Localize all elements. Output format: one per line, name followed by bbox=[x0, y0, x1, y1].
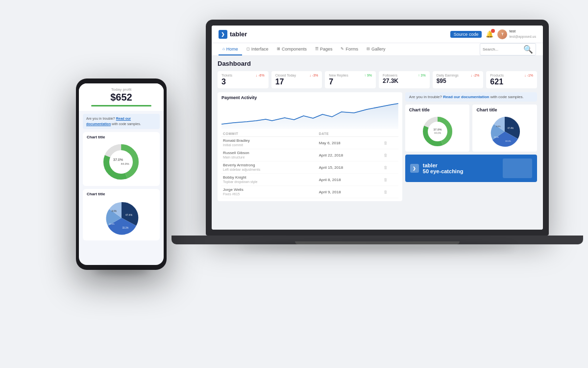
phone-chart-2: Chart title 47.4% 33.1% 10.5% 9.0% bbox=[83, 189, 160, 240]
commit-action[interactable]: 🗑 bbox=[382, 137, 398, 149]
svg-text:10.5%: 10.5% bbox=[109, 223, 115, 225]
right-panel: Are you in trouble? Read our documentati… bbox=[405, 92, 537, 201]
tab-forms-label: Forms bbox=[345, 47, 358, 52]
stat-change: ↑ 9% bbox=[364, 74, 372, 77]
phone-alert: Are you in trouble? Read our documentati… bbox=[83, 114, 160, 129]
phone-header: Today profit $652 bbox=[79, 83, 164, 111]
donut-chart-1: 37.0% 44.0% bbox=[409, 114, 466, 149]
svg-text:37.0%: 37.0% bbox=[433, 128, 442, 131]
commit-action[interactable]: 🗑 bbox=[382, 186, 398, 198]
commit-date: May 6, 2018 bbox=[318, 137, 382, 149]
stat-replies: New Replies ↑ 9% 7 bbox=[325, 71, 376, 88]
tab-pages-label: Pages bbox=[320, 47, 333, 52]
stat-label: Products bbox=[490, 74, 504, 77]
stat-products: Products ↓ -1% 621 bbox=[486, 71, 537, 88]
stat-value: 621 bbox=[490, 78, 533, 86]
phone-alert-link[interactable]: Read our documentation bbox=[86, 117, 131, 126]
stat-value: 7 bbox=[329, 78, 372, 86]
source-code-button[interactable]: Source code bbox=[450, 31, 482, 38]
pie-chart-2: 47.4% 33.1% 10.5% 9.0% bbox=[476, 114, 533, 149]
right-alert: Are you in trouble? Read our documentati… bbox=[405, 92, 537, 102]
phone-shadow bbox=[94, 267, 148, 275]
svg-text:9.0%: 9.0% bbox=[111, 210, 116, 212]
main-content: Payment Activity bbox=[218, 92, 537, 201]
stat-value: 3 bbox=[221, 78, 265, 86]
navbar: ❯ tabler Source code 🔔 T test test@appos… bbox=[212, 26, 543, 43]
tab-interface[interactable]: ◻ Interface bbox=[243, 43, 272, 55]
promo-brand: tabler bbox=[423, 162, 464, 168]
phone-progress-bar bbox=[91, 105, 151, 106]
components-icon: ⊞ bbox=[277, 47, 280, 51]
chart-card-1: Chart title 37.0% 4 bbox=[405, 105, 470, 152]
svg-text:44.0%: 44.0% bbox=[434, 131, 441, 134]
phone-chart-1: Chart title 37.0% 44.0% bbox=[83, 132, 160, 186]
tab-forms[interactable]: ✎ Forms bbox=[337, 43, 362, 55]
brand: ❯ tabler bbox=[219, 30, 247, 39]
commit-date: April 9, 2018 bbox=[318, 186, 382, 198]
user-email: test@apposed.us bbox=[509, 35, 536, 38]
pages-icon: ☰ bbox=[315, 47, 318, 51]
commit-action[interactable]: 🗑 bbox=[382, 149, 398, 161]
stat-header: Tickets ↓ -6% bbox=[221, 74, 265, 77]
laptop-shadow bbox=[240, 242, 514, 252]
stat-label: Tickets bbox=[221, 74, 232, 77]
stat-tickets: Tickets ↓ -6% 3 bbox=[218, 71, 269, 88]
phone-screen: Today profit $652 Are you in trouble? Re… bbox=[79, 83, 164, 265]
user-info: T test test@apposed.us bbox=[497, 29, 536, 39]
search-box[interactable]: 🔍 bbox=[480, 43, 536, 55]
svg-text:9.0%: 9.0% bbox=[496, 125, 501, 128]
laptop-body: ❯ tabler Source code 🔔 T test test@appos… bbox=[206, 20, 549, 236]
brand-icon: ❯ bbox=[219, 30, 227, 39]
tab-home[interactable]: ⌂ Home bbox=[219, 43, 242, 55]
commit-action[interactable]: 🗑 bbox=[382, 161, 398, 174]
commit-date: April 15, 2018 bbox=[318, 161, 382, 174]
tab-pages[interactable]: ☰ Pages bbox=[311, 43, 337, 55]
tab-home-label: Home bbox=[226, 47, 238, 52]
svg-text:33.1%: 33.1% bbox=[506, 140, 512, 142]
mini-chart bbox=[221, 102, 398, 129]
table-row: Russell GibsonMain structure April 22, 2… bbox=[221, 149, 398, 161]
table-row: Jorge WellsFixes #615 April 9, 2018 🗑 bbox=[221, 186, 398, 198]
tab-gallery-label: Gallery bbox=[371, 47, 386, 52]
user-text: test test@apposed.us bbox=[509, 29, 536, 39]
interface-icon: ◻ bbox=[246, 47, 250, 51]
stat-change: ↓ -6% bbox=[256, 74, 265, 77]
chart-card-2: Chart title bbox=[472, 105, 537, 152]
stat-earnings: Daily Earnings ↓ -2% $95 bbox=[433, 71, 484, 88]
phone-today-label: Today profit bbox=[84, 87, 159, 92]
stat-change: ↓ -1% bbox=[524, 74, 533, 77]
tab-interface-label: Interface bbox=[251, 47, 269, 52]
commit-table: COMMIT DATE Ronald BradleyInitial commit… bbox=[221, 131, 398, 198]
stat-value: $95 bbox=[437, 78, 480, 84]
tab-components[interactable]: ⊞ Components bbox=[273, 43, 311, 55]
commit-action[interactable]: 🗑 bbox=[382, 174, 398, 186]
commit-author: Jorge WellsFixes #615 bbox=[221, 186, 318, 198]
stat-closed: Closed Today ↓ -3% 17 bbox=[271, 71, 322, 88]
notification-icon[interactable]: 🔔 bbox=[486, 30, 493, 38]
table-row: Beverly ArmstrongLeft sidebar adjustment… bbox=[221, 161, 398, 174]
stat-header: Closed Today ↓ -3% bbox=[275, 74, 318, 77]
stat-label: Followers bbox=[383, 74, 397, 77]
phone-amount: $652 bbox=[84, 92, 159, 103]
stat-value: 17 bbox=[275, 78, 318, 86]
table-row: Ronald BradleyInitial commit May 6, 2018… bbox=[221, 137, 398, 149]
commit-author: Bobby KnightTopbar dropdown style bbox=[221, 174, 318, 186]
alert-link[interactable]: Read our documentation bbox=[443, 95, 489, 99]
notification-badge bbox=[491, 29, 495, 33]
phone-chart-title-2: Chart title bbox=[87, 192, 156, 196]
commit-author: Russell GibsonMain structure bbox=[221, 149, 318, 161]
stat-change: ↑ 3% bbox=[418, 74, 426, 77]
promo-brand-icon: ❯ bbox=[410, 164, 419, 173]
commit-author: Beverly ArmstrongLeft sidebar adjustment… bbox=[221, 161, 318, 174]
activity-title: Payment Activity bbox=[221, 95, 398, 100]
stat-change: ↓ -3% bbox=[309, 74, 318, 77]
stat-label: Daily Earnings bbox=[437, 74, 459, 77]
svg-text:44.0%: 44.0% bbox=[121, 162, 129, 165]
stat-header: New Replies ↑ 9% bbox=[329, 74, 372, 77]
tab-gallery[interactable]: ⊟ Gallery bbox=[363, 43, 390, 55]
stat-header: Products ↓ -1% bbox=[490, 74, 533, 77]
search-input[interactable] bbox=[483, 47, 522, 52]
stat-change: ↓ -2% bbox=[470, 74, 479, 77]
promo-banner: ❯ tabler 50 eye-catching bbox=[405, 155, 537, 182]
phone-chart-title-1: Chart title bbox=[87, 135, 156, 139]
